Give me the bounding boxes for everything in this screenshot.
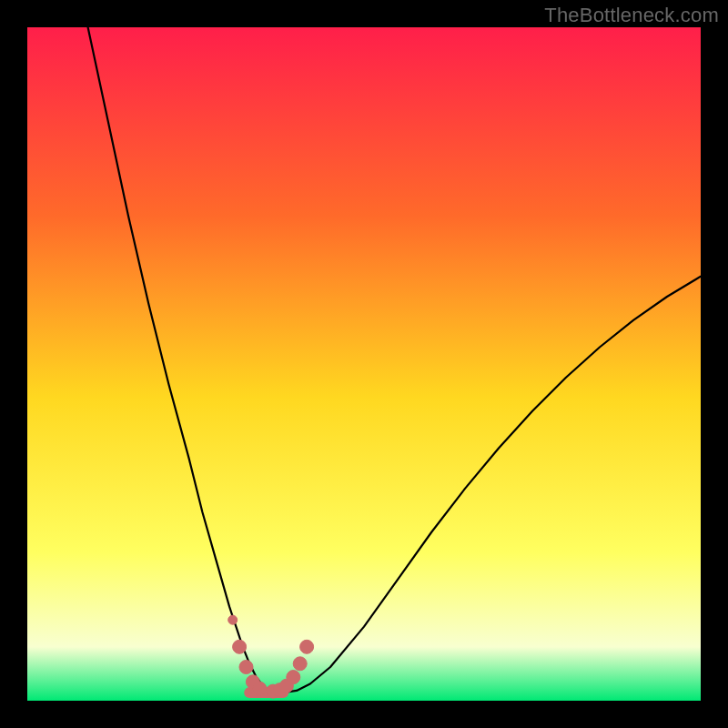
chart-svg (27, 27, 701, 701)
curve-marker (233, 640, 247, 653)
curve-marker (239, 661, 253, 674)
watermark-text: TheBottleneck.com (544, 4, 719, 27)
gradient-bg (27, 27, 701, 701)
curve-marker (228, 615, 238, 624)
curve-marker (287, 671, 300, 684)
curve-marker (293, 657, 307, 671)
curve-marker (300, 640, 314, 653)
chart-frame: TheBottleneck.com (0, 0, 728, 728)
curve-marker (253, 682, 267, 695)
plot-area (27, 27, 701, 701)
